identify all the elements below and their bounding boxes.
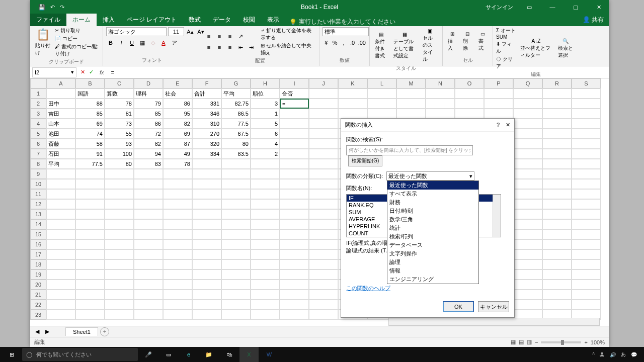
cell[interactable] (513, 169, 542, 179)
cell[interactable]: 67.5 (221, 129, 251, 139)
cell[interactable] (309, 179, 338, 189)
cell[interactable] (163, 229, 192, 239)
cell[interactable] (484, 109, 513, 119)
row-header[interactable]: 16 (30, 239, 46, 249)
cell[interactable]: 320 (192, 139, 221, 149)
cell[interactable] (251, 290, 280, 300)
cell[interactable] (542, 290, 572, 300)
cell[interactable] (251, 249, 280, 259)
cell[interactable] (309, 239, 338, 249)
cell[interactable]: 331 (192, 99, 221, 109)
cell[interactable]: 80 (105, 159, 134, 169)
cell[interactable] (513, 99, 542, 109)
orientation-icon[interactable]: ↗ (236, 32, 245, 41)
phonetic-button[interactable]: ア (170, 38, 179, 47)
signin-link[interactable]: サインイン (486, 4, 513, 11)
cell[interactable] (192, 229, 221, 239)
cell[interactable] (251, 239, 280, 249)
cell[interactable]: = (280, 99, 309, 109)
grow-font-icon[interactable]: A▴ (186, 27, 195, 36)
cell[interactable] (542, 229, 572, 239)
align-bot-icon[interactable]: ≡ (225, 32, 234, 41)
cell[interactable] (221, 239, 251, 249)
cell[interactable] (105, 219, 134, 229)
row-header[interactable]: 9 (30, 169, 46, 179)
cell[interactable] (309, 139, 338, 149)
cell[interactable] (163, 249, 192, 259)
cell[interactable] (75, 310, 105, 320)
undo-icon[interactable]: ↶ (50, 4, 55, 11)
cell[interactable] (309, 149, 338, 159)
cell[interactable] (75, 280, 105, 290)
col-header[interactable]: J (309, 78, 338, 88)
row-header[interactable]: 14 (30, 219, 46, 229)
cell[interactable]: 2 (251, 149, 280, 159)
cell[interactable] (251, 189, 280, 199)
cell[interactable] (163, 300, 192, 310)
cell[interactable] (46, 219, 75, 229)
row-header[interactable]: 1 (30, 88, 46, 99)
cell[interactable] (309, 249, 338, 259)
cell[interactable] (251, 269, 280, 280)
cell[interactable] (309, 129, 338, 139)
cell[interactable] (221, 290, 251, 300)
cell[interactable] (542, 269, 572, 280)
cell[interactable]: 合計 (192, 88, 221, 99)
row-header[interactable]: 4 (30, 119, 46, 129)
cell[interactable] (572, 290, 601, 300)
tab-data[interactable]: データ (207, 14, 237, 26)
align-center-icon[interactable]: ≡ (215, 43, 224, 52)
col-header[interactable]: C (105, 78, 134, 88)
merge-center-button[interactable]: ⊞ セルを結合して中央揃え (261, 42, 316, 56)
cell[interactable] (46, 310, 75, 320)
cell[interactable] (572, 109, 601, 119)
cell[interactable] (134, 209, 163, 219)
tab-home[interactable]: ホーム (66, 14, 97, 26)
cell[interactable] (542, 109, 572, 119)
cell[interactable] (572, 88, 601, 99)
cell[interactable] (542, 179, 572, 189)
cell[interactable]: 池田 (46, 129, 75, 139)
cell[interactable] (221, 179, 251, 189)
cell[interactable] (280, 249, 309, 259)
cell[interactable] (455, 109, 484, 119)
cell[interactable] (163, 189, 192, 199)
fx-icon[interactable]: fx (96, 69, 108, 75)
cell[interactable]: 87 (163, 139, 192, 149)
cell[interactable] (572, 149, 601, 159)
cell[interactable] (513, 179, 542, 189)
cell[interactable]: 国語 (75, 88, 105, 99)
cell[interactable] (513, 259, 542, 269)
cell[interactable] (572, 209, 601, 219)
cell[interactable] (280, 269, 309, 280)
cell[interactable] (280, 109, 309, 119)
cell[interactable]: 78 (105, 99, 134, 109)
cell[interactable] (572, 259, 601, 269)
cell[interactable] (572, 239, 601, 249)
row-header[interactable]: 13 (30, 209, 46, 219)
category-option[interactable]: エンジニアリング (387, 275, 478, 284)
cell[interactable] (426, 109, 455, 119)
cell[interactable] (513, 239, 542, 249)
cell[interactable] (513, 209, 542, 219)
cell[interactable] (513, 189, 542, 199)
worksheet[interactable]: ABCDEFGHIJKLMNOPQRS1国語算数理科社会合計平均順位合否2田中8… (30, 78, 609, 323)
cell[interactable]: 86 (134, 119, 163, 129)
cell[interactable] (75, 229, 105, 239)
cell[interactable] (513, 129, 542, 139)
cell[interactable]: 310 (192, 119, 221, 129)
cell[interactable] (75, 199, 105, 209)
cell[interactable]: 72 (134, 129, 163, 139)
row-header[interactable]: 21 (30, 290, 46, 300)
cell[interactable] (572, 219, 601, 229)
cell[interactable] (221, 310, 251, 320)
new-sheet-button[interactable]: + (100, 327, 109, 336)
cell[interactable] (251, 219, 280, 229)
cell[interactable] (513, 219, 542, 229)
currency-icon[interactable]: ¥ (323, 38, 330, 47)
cell[interactable]: 334 (192, 149, 221, 159)
col-header[interactable]: E (163, 78, 192, 88)
cell[interactable] (163, 290, 192, 300)
cell[interactable] (105, 259, 134, 269)
cell[interactable] (484, 99, 513, 109)
